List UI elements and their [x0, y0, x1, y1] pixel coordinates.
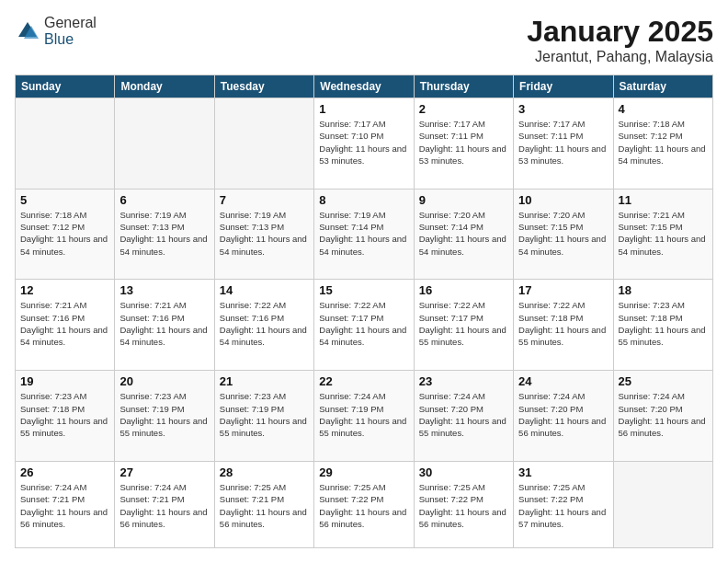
- cell-info: Sunrise: 7:23 AM Sunset: 7:18 PM Dayligh…: [20, 390, 109, 439]
- day-number: 28: [220, 465, 309, 479]
- cell-info: Sunrise: 7:17 AM Sunset: 7:11 PM Dayligh…: [518, 118, 608, 167]
- cell-info: Sunrise: 7:24 AM Sunset: 7:20 PM Dayligh…: [619, 390, 708, 439]
- calendar-day-header: Wednesday: [314, 75, 414, 98]
- day-number: 26: [20, 465, 109, 479]
- calendar-cell: 2Sunrise: 7:17 AM Sunset: 7:11 PM Daylig…: [414, 98, 513, 190]
- calendar-cell: 20Sunrise: 7:23 AM Sunset: 7:19 PM Dayli…: [115, 371, 214, 462]
- day-number: 30: [419, 465, 508, 479]
- calendar-day-header: Monday: [115, 75, 214, 98]
- calendar-header-row: SundayMondayTuesdayWednesdayThursdayFrid…: [16, 75, 713, 98]
- calendar-day-header: Thursday: [414, 75, 513, 98]
- calendar-cell: 8Sunrise: 7:19 AM Sunset: 7:14 PM Daylig…: [314, 189, 414, 280]
- day-number: 11: [619, 193, 708, 207]
- cell-info: Sunrise: 7:22 AM Sunset: 7:17 PM Dayligh…: [319, 299, 408, 348]
- day-number: 1: [319, 102, 408, 116]
- calendar-day-header: Sunday: [16, 75, 115, 98]
- day-number: 8: [319, 193, 408, 207]
- calendar-cell: 4Sunrise: 7:18 AM Sunset: 7:12 PM Daylig…: [613, 98, 712, 190]
- day-number: 22: [319, 374, 408, 388]
- cell-info: Sunrise: 7:23 AM Sunset: 7:19 PM Dayligh…: [119, 390, 209, 439]
- calendar-week-row: 26Sunrise: 7:24 AM Sunset: 7:21 PM Dayli…: [16, 461, 713, 547]
- calendar-cell: 10Sunrise: 7:20 AM Sunset: 7:15 PM Dayli…: [514, 189, 613, 280]
- cell-info: Sunrise: 7:17 AM Sunset: 7:10 PM Dayligh…: [319, 118, 408, 167]
- title-block: January 2025 Jerantut, Pahang, Malaysia: [527, 15, 713, 65]
- day-number: 21: [220, 374, 309, 388]
- cell-info: Sunrise: 7:25 AM Sunset: 7:22 PM Dayligh…: [319, 481, 408, 530]
- day-number: 19: [20, 374, 109, 388]
- cell-info: Sunrise: 7:23 AM Sunset: 7:19 PM Dayligh…: [220, 390, 309, 439]
- day-number: 2: [419, 102, 508, 116]
- calendar-cell: [16, 98, 115, 190]
- day-number: 6: [119, 193, 209, 207]
- calendar-cell: [214, 98, 313, 190]
- calendar-day-header: Saturday: [613, 75, 712, 98]
- day-number: 3: [518, 102, 608, 116]
- cell-info: Sunrise: 7:22 AM Sunset: 7:16 PM Dayligh…: [220, 299, 309, 348]
- page-title: January 2025: [527, 15, 713, 49]
- calendar-week-row: 5Sunrise: 7:18 AM Sunset: 7:12 PM Daylig…: [16, 189, 713, 280]
- cell-info: Sunrise: 7:20 AM Sunset: 7:14 PM Dayligh…: [419, 209, 508, 258]
- logo-icon: [15, 18, 40, 44]
- cell-info: Sunrise: 7:20 AM Sunset: 7:15 PM Dayligh…: [518, 209, 608, 258]
- calendar-cell: 26Sunrise: 7:24 AM Sunset: 7:21 PM Dayli…: [16, 461, 115, 547]
- logo-blue: Blue: [44, 31, 74, 47]
- calendar-cell: 21Sunrise: 7:23 AM Sunset: 7:19 PM Dayli…: [214, 371, 313, 462]
- cell-info: Sunrise: 7:22 AM Sunset: 7:17 PM Dayligh…: [419, 299, 508, 348]
- cell-info: Sunrise: 7:25 AM Sunset: 7:22 PM Dayligh…: [419, 481, 508, 530]
- calendar-cell: 17Sunrise: 7:22 AM Sunset: 7:18 PM Dayli…: [514, 280, 613, 371]
- calendar-cell: 18Sunrise: 7:23 AM Sunset: 7:18 PM Dayli…: [613, 280, 712, 371]
- day-number: 15: [319, 283, 408, 297]
- calendar-cell: 29Sunrise: 7:25 AM Sunset: 7:22 PM Dayli…: [314, 461, 414, 547]
- page: General Blue January 2025 Jerantut, Paha…: [0, 0, 728, 563]
- page-subtitle: Jerantut, Pahang, Malaysia: [527, 49, 713, 65]
- day-number: 5: [20, 193, 109, 207]
- calendar-cell: 5Sunrise: 7:18 AM Sunset: 7:12 PM Daylig…: [16, 189, 115, 280]
- calendar-cell: [115, 98, 214, 190]
- calendar-cell: 23Sunrise: 7:24 AM Sunset: 7:20 PM Dayli…: [414, 371, 513, 462]
- calendar-cell: 6Sunrise: 7:19 AM Sunset: 7:13 PM Daylig…: [115, 189, 214, 280]
- calendar-day-header: Friday: [514, 75, 613, 98]
- calendar-day-header: Tuesday: [214, 75, 313, 98]
- cell-info: Sunrise: 7:21 AM Sunset: 7:15 PM Dayligh…: [619, 209, 708, 258]
- day-number: 18: [619, 283, 708, 297]
- calendar-cell: 16Sunrise: 7:22 AM Sunset: 7:17 PM Dayli…: [414, 280, 513, 371]
- logo-general: General: [44, 15, 97, 30]
- calendar-week-row: 12Sunrise: 7:21 AM Sunset: 7:16 PM Dayli…: [16, 280, 713, 371]
- day-number: 23: [419, 374, 508, 388]
- day-number: 27: [119, 465, 209, 479]
- calendar-cell: 27Sunrise: 7:24 AM Sunset: 7:21 PM Dayli…: [115, 461, 214, 547]
- calendar-cell: 31Sunrise: 7:25 AM Sunset: 7:22 PM Dayli…: [514, 461, 613, 547]
- cell-info: Sunrise: 7:17 AM Sunset: 7:11 PM Dayligh…: [419, 118, 508, 167]
- day-number: 24: [518, 374, 608, 388]
- cell-info: Sunrise: 7:24 AM Sunset: 7:21 PM Dayligh…: [119, 481, 209, 530]
- calendar-cell: 11Sunrise: 7:21 AM Sunset: 7:15 PM Dayli…: [613, 189, 712, 280]
- cell-info: Sunrise: 7:18 AM Sunset: 7:12 PM Dayligh…: [20, 209, 109, 258]
- day-number: 7: [220, 193, 309, 207]
- cell-info: Sunrise: 7:24 AM Sunset: 7:21 PM Dayligh…: [20, 481, 109, 530]
- calendar-cell: 1Sunrise: 7:17 AM Sunset: 7:10 PM Daylig…: [314, 98, 414, 190]
- calendar-week-row: 1Sunrise: 7:17 AM Sunset: 7:10 PM Daylig…: [16, 98, 713, 190]
- day-number: 20: [119, 374, 209, 388]
- day-number: 29: [319, 465, 408, 479]
- calendar-cell: 22Sunrise: 7:24 AM Sunset: 7:19 PM Dayli…: [314, 371, 414, 462]
- cell-info: Sunrise: 7:25 AM Sunset: 7:22 PM Dayligh…: [518, 481, 608, 530]
- day-number: 14: [220, 283, 309, 297]
- cell-info: Sunrise: 7:24 AM Sunset: 7:20 PM Dayligh…: [518, 390, 608, 439]
- logo: General Blue: [15, 15, 97, 48]
- calendar-cell: 3Sunrise: 7:17 AM Sunset: 7:11 PM Daylig…: [514, 98, 613, 190]
- day-number: 31: [518, 465, 608, 479]
- calendar-cell: 28Sunrise: 7:25 AM Sunset: 7:21 PM Dayli…: [214, 461, 313, 547]
- day-number: 4: [619, 102, 708, 116]
- calendar-table: SundayMondayTuesdayWednesdayThursdayFrid…: [15, 75, 713, 548]
- calendar-week-row: 19Sunrise: 7:23 AM Sunset: 7:18 PM Dayli…: [16, 371, 713, 462]
- day-number: 9: [419, 193, 508, 207]
- calendar-cell: 15Sunrise: 7:22 AM Sunset: 7:17 PM Dayli…: [314, 280, 414, 371]
- cell-info: Sunrise: 7:21 AM Sunset: 7:16 PM Dayligh…: [119, 299, 209, 348]
- calendar-cell: 12Sunrise: 7:21 AM Sunset: 7:16 PM Dayli…: [16, 280, 115, 371]
- calendar-cell: 9Sunrise: 7:20 AM Sunset: 7:14 PM Daylig…: [414, 189, 513, 280]
- cell-info: Sunrise: 7:22 AM Sunset: 7:18 PM Dayligh…: [518, 299, 608, 348]
- cell-info: Sunrise: 7:24 AM Sunset: 7:19 PM Dayligh…: [319, 390, 408, 439]
- cell-info: Sunrise: 7:19 AM Sunset: 7:13 PM Dayligh…: [119, 209, 209, 258]
- logo-text: General Blue: [44, 15, 97, 48]
- day-number: 25: [619, 374, 708, 388]
